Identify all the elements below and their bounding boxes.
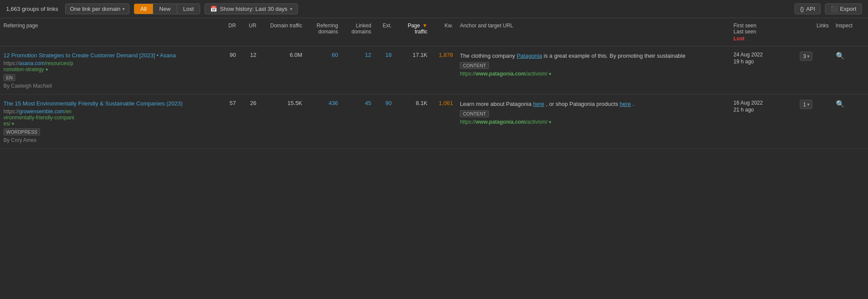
cell-anchor-1: The clothing company Patagonia is a grea… <box>456 46 730 95</box>
tab-lost[interactable]: Lost <box>177 4 200 14</box>
inspect-search-icon-2[interactable]: 🔍 <box>836 100 845 108</box>
cell-inspect-1: 🔍 <box>832 46 868 95</box>
table-row: 12 Promotion Strategies to Create Custom… <box>0 46 868 95</box>
toolbar: 1,663 groups of links One link per domai… <box>0 0 868 18</box>
table-row: The 15 Most Environmentally Friendly & S… <box>0 95 868 149</box>
th-domain-traffic[interactable]: Domain traffic <box>260 18 306 46</box>
th-referring-page: Referring page <box>0 18 219 46</box>
last-seen-1: 19 h ago <box>733 59 793 65</box>
history-label: Show history: Last 30 days <box>220 6 287 12</box>
cell-referring-page-2: The 15 Most Environmentally Friendly & S… <box>0 95 219 149</box>
th-ur[interactable]: UR <box>239 18 260 46</box>
th-inspect: Inspect <box>832 18 868 46</box>
target-url-1[interactable]: https://www.patagonia.com/activism/ ▾ <box>460 71 726 77</box>
cell-inspect-2: 🔍 <box>832 95 868 149</box>
anchor-named-link-2b[interactable]: here <box>620 101 631 107</box>
cell-referring-domains-2[interactable]: 436 <box>306 95 341 149</box>
first-seen-1: 24 Aug 2022 <box>733 52 793 58</box>
th-anchor-target: Anchor and target URL <box>456 18 730 46</box>
chevron-down-icon: ▾ <box>807 54 809 59</box>
anchor-text-1: The clothing company Patagonia is a grea… <box>460 52 726 60</box>
export-button[interactable]: ⬛ Export <box>825 3 862 14</box>
target-url-expand-icon-2[interactable]: ▾ <box>549 119 551 125</box>
url-line-1: https://asana.com/resources/promotion-st… <box>3 60 215 72</box>
th-linked-domains[interactable]: Linked domains <box>341 18 374 46</box>
chevron-down-icon: ▾ <box>290 7 292 11</box>
calendar-icon: 📅 <box>210 6 217 12</box>
export-icon: ⬛ <box>831 6 838 12</box>
api-button[interactable]: {} API <box>795 3 821 14</box>
cell-links-2: 1 ▾ <box>796 95 832 149</box>
cell-page-traffic-2: 8.1K <box>395 95 431 149</box>
lang-badge-1: EN <box>3 74 15 81</box>
filter-tab-group: All New Lost <box>134 3 200 14</box>
cell-ur-2: 26 <box>239 95 260 149</box>
last-seen-2: 21 h ago <box>733 107 793 113</box>
cell-dates-2: 16 Aug 2022 21 h ago <box>730 95 796 149</box>
anchor-text-2: Learn more about Patagonia here , or sho… <box>460 100 726 108</box>
tab-new[interactable]: New <box>153 4 177 14</box>
page-title-link-2[interactable]: The 15 Most Environmentally Friendly & S… <box>3 100 183 107</box>
history-dropdown[interactable]: 📅 Show history: Last 30 days ▾ <box>205 3 297 14</box>
th-links[interactable]: Links <box>796 18 832 46</box>
cell-anchor-2: Learn more about Patagonia here , or sho… <box>456 95 730 149</box>
th-referring-domains[interactable]: Referring domains <box>306 18 341 46</box>
url-expand-icon-1[interactable]: ▾ <box>46 67 48 72</box>
cell-kw-2: 1,061 <box>431 95 456 149</box>
cell-links-1: 3 ▾ <box>796 46 832 95</box>
links-dropdown-2[interactable]: 1 ▾ <box>800 100 812 109</box>
inspect-search-icon-1[interactable]: 🔍 <box>836 52 845 59</box>
cell-domain-traffic-2: 15.5K <box>260 95 306 149</box>
chevron-down-icon: ▾ <box>122 7 125 11</box>
content-badge-1: CONTENT <box>460 62 489 69</box>
cell-linked-domains-2[interactable]: 45 <box>341 95 374 149</box>
tab-all[interactable]: All <box>134 4 153 14</box>
backlinks-table: Referring page DR UR Domain traffic Refe… <box>0 18 868 149</box>
th-ext[interactable]: Ext. <box>375 18 395 46</box>
author-2: By Cory Ames <box>3 137 215 143</box>
platform-badge-2: WORDPRESS <box>3 128 40 135</box>
cell-dr-2: 57 <box>219 95 239 149</box>
domain-filter-label: One link per domain <box>70 6 120 12</box>
th-first-last-seen: First seen Last seen Lost <box>730 18 796 46</box>
cell-ur-1: 12 <box>239 46 260 95</box>
api-icon: {} <box>800 6 804 12</box>
page-title-link-1[interactable]: 12 Promotion Strategies to Create Custom… <box>3 52 176 59</box>
first-seen-2: 16 Aug 2022 <box>733 100 793 106</box>
cell-kw-1: 1,878 <box>431 46 456 95</box>
cell-page-traffic-1: 17.1K <box>395 46 431 95</box>
th-page-traffic[interactable]: Page ▼ traffic <box>395 18 431 46</box>
cell-ext-2: 90 <box>375 95 395 149</box>
domain-filter-dropdown[interactable]: One link per domain ▾ <box>65 3 129 14</box>
anchor-named-link-1[interactable]: Patagonia <box>517 53 542 59</box>
url-line-2: https://growensemble.com/environmentally… <box>3 108 215 127</box>
table-header-row: Referring page DR UR Domain traffic Refe… <box>0 18 868 46</box>
url-expand-icon-2[interactable]: ▾ <box>12 121 14 126</box>
target-url-2[interactable]: https://www.patagonia.com/activism/ ▾ <box>460 119 726 125</box>
main-table-container: Referring page DR UR Domain traffic Refe… <box>0 18 868 149</box>
author-1: By Caeleigh MacNeil <box>3 83 215 89</box>
th-kw[interactable]: Kw. <box>431 18 456 46</box>
groups-count: 1,663 groups of links <box>6 6 58 12</box>
anchor-named-link-2a[interactable]: here <box>533 101 545 107</box>
chevron-down-icon: ▾ <box>807 102 809 107</box>
links-dropdown-1[interactable]: 3 ▾ <box>800 52 812 61</box>
cell-dr-1: 90 <box>219 46 239 95</box>
target-url-expand-icon-1[interactable]: ▾ <box>549 71 551 76</box>
cell-referring-page-1: 12 Promotion Strategies to Create Custom… <box>0 46 219 95</box>
content-badge-2: CONTENT <box>460 110 489 117</box>
cell-ext-1: 18 <box>375 46 395 95</box>
cell-linked-domains-1[interactable]: 12 <box>341 46 374 95</box>
cell-referring-domains-1[interactable]: 60 <box>306 46 341 95</box>
cell-dates-1: 24 Aug 2022 19 h ago <box>730 46 796 95</box>
cell-domain-traffic-1: 6.0M <box>260 46 306 95</box>
th-dr[interactable]: DR <box>219 18 239 46</box>
